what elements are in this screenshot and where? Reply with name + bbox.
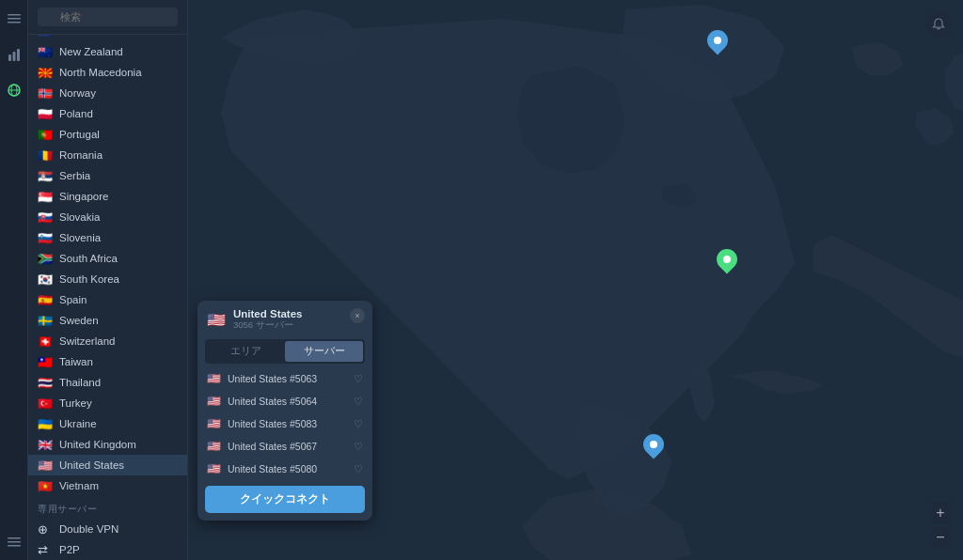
server-list-item[interactable]: 🇺🇸United States #5067♡ <box>197 435 372 458</box>
zoom-in-button[interactable]: + <box>929 502 952 524</box>
country-item-new-zealand[interactable]: 🇳🇿New Zealand <box>28 41 187 62</box>
country-list: 🇱🇺Luxembourg🇲🇾Malaysia🇲🇽Mexico🇲🇩Moldova🇳… <box>28 35 187 496</box>
country-name: Vietnam <box>59 480 99 491</box>
svg-rect-11 <box>8 545 21 547</box>
server-flag: 🇺🇸 <box>207 372 221 385</box>
special-server-double-vpn[interactable]: ⊕Double VPN <box>28 519 187 539</box>
country-flag: 🇸🇪 <box>38 315 53 326</box>
server-flag: 🇺🇸 <box>207 462 221 475</box>
zoom-out-button[interactable]: − <box>929 526 952 549</box>
country-item-netherlands[interactable]: 🇳🇱Netherlands <box>28 35 187 41</box>
country-item-singapore[interactable]: 🇸🇬Singapore <box>28 186 187 207</box>
country-name: Singapore <box>59 191 108 202</box>
server-favorite-icon[interactable]: ♡ <box>354 463 363 475</box>
notification-bell[interactable] <box>925 11 952 38</box>
country-name: Sweden <box>59 315 99 326</box>
country-flag: 🇳🇿 <box>38 46 53 57</box>
country-item-vietnam[interactable]: 🇻🇳Vietnam <box>28 475 187 496</box>
country-item-portugal[interactable]: 🇵🇹Portugal <box>28 124 187 145</box>
svg-rect-5 <box>17 49 20 61</box>
special-server-flag: ⊕ <box>38 523 53 535</box>
server-list-item[interactable]: 🇺🇸United States #5080♡ <box>197 458 372 480</box>
country-flag: 🇬🇧 <box>38 439 53 450</box>
country-name: Netherlands <box>59 35 118 37</box>
svg-rect-0 <box>8 14 21 16</box>
country-name: Portugal <box>59 129 100 140</box>
country-item-south-africa[interactable]: 🇿🇦South Africa <box>28 248 187 269</box>
special-server-p2p[interactable]: ⇄P2P <box>28 539 187 560</box>
stats-icon[interactable] <box>5 45 24 64</box>
server-flag: 🇺🇸 <box>207 440 221 453</box>
server-list-item[interactable]: 🇺🇸United States #5064♡ <box>197 390 372 412</box>
country-item-serbia[interactable]: 🇷🇸Serbia <box>28 165 187 186</box>
country-item-taiwan[interactable]: 🇹🇼Taiwan <box>28 351 187 372</box>
country-name: South Africa <box>59 253 118 264</box>
popup-header: 🇺🇸 United States 3056 サーバー × <box>197 301 372 339</box>
country-name: South Korea <box>59 273 119 285</box>
special-servers: ⊕Double VPN⇄P2P <box>28 519 187 560</box>
quick-connect-button[interactable]: クイックコネクト <box>205 486 365 513</box>
svg-rect-1 <box>8 18 21 20</box>
svg-rect-10 <box>8 541 21 543</box>
country-name: Poland <box>59 108 93 119</box>
server-list-item[interactable]: 🇺🇸United States #5063♡ <box>197 367 372 390</box>
country-item-turkey[interactable]: 🇹🇷Turkey <box>28 393 187 413</box>
server-favorite-icon[interactable]: ♡ <box>354 396 363 408</box>
pin-central[interactable] <box>717 249 737 270</box>
tab-server[interactable]: サーバー <box>285 341 363 362</box>
tab-area[interactable]: エリア <box>207 341 285 362</box>
country-item-switzerland[interactable]: 🇨🇭Switzerland <box>28 331 187 351</box>
popup-close-button[interactable]: × <box>350 308 365 323</box>
country-item-south-korea[interactable]: 🇰🇷South Korea <box>28 269 187 289</box>
country-name: Turkey <box>59 397 92 409</box>
country-name: New Zealand <box>59 46 123 57</box>
server-list-item[interactable]: 🇺🇸United States #5083♡ <box>197 412 372 435</box>
svg-rect-4 <box>12 52 15 61</box>
search-input[interactable] <box>38 8 178 26</box>
country-flag: 🇨🇭 <box>38 335 53 347</box>
country-item-poland[interactable]: 🇵🇱Poland <box>28 103 187 124</box>
server-name: United States #5064 <box>228 396 317 407</box>
country-item-united-states[interactable]: 🇺🇸United States <box>28 455 187 475</box>
server-name: United States #5080 <box>228 463 317 474</box>
country-name: Taiwan <box>59 356 93 367</box>
country-flag: 🇸🇰 <box>38 211 53 223</box>
country-item-sweden[interactable]: 🇸🇪Sweden <box>28 310 187 331</box>
country-item-north-macedonia[interactable]: 🇲🇰North Macedonia <box>28 62 187 83</box>
server-favorite-icon[interactable]: ♡ <box>354 418 363 430</box>
server-favorite-icon[interactable]: ♡ <box>354 373 363 385</box>
country-flag: 🇳🇱 <box>38 35 53 37</box>
country-flag: 🇸🇮 <box>38 232 53 243</box>
server-list: 🇺🇸United States #5063♡🇺🇸United States #5… <box>197 367 372 480</box>
country-item-norway[interactable]: 🇳🇴Norway <box>28 83 187 103</box>
pin-north[interactable] <box>707 30 728 51</box>
popup-country-name: United States <box>233 308 303 319</box>
country-flag: 🇵🇹 <box>38 129 53 140</box>
country-flag: 🇷🇸 <box>38 170 53 181</box>
country-item-thailand[interactable]: 🇹🇭Thailand <box>28 372 187 393</box>
menu-icon[interactable] <box>5 9 24 28</box>
globe-icon[interactable] <box>5 81 24 100</box>
country-flag: 🇿🇦 <box>38 253 53 264</box>
zoom-controls: + − <box>929 502 952 549</box>
country-name: Ukraine <box>59 418 97 429</box>
popup-card: 🇺🇸 United States 3056 サーバー × エリア サーバー 🇺🇸… <box>197 301 372 521</box>
country-item-slovenia[interactable]: 🇸🇮Slovenia <box>28 227 187 248</box>
country-item-romania[interactable]: 🇷🇴Romania <box>28 145 187 165</box>
country-item-ukraine[interactable]: 🇺🇦Ukraine <box>28 413 187 434</box>
country-flag: 🇵🇱 <box>38 108 53 119</box>
country-flag: 🇹🇼 <box>38 356 53 367</box>
svg-rect-2 <box>8 22 21 23</box>
search-box: 🔍 <box>28 0 187 35</box>
special-server-name: P2P <box>59 544 80 555</box>
server-flag: 🇺🇸 <box>207 395 221 408</box>
server-flag: 🇺🇸 <box>207 417 221 430</box>
icon-bar <box>0 0 28 560</box>
hamburger-icon[interactable] <box>5 532 24 551</box>
server-favorite-icon[interactable]: ♡ <box>354 441 363 453</box>
country-item-united-kingdom[interactable]: 🇬🇧United Kingdom <box>28 434 187 455</box>
pin-south[interactable] <box>643 434 664 455</box>
country-name: Spain <box>59 294 87 305</box>
country-item-spain[interactable]: 🇪🇸Spain <box>28 289 187 310</box>
country-item-slovakia[interactable]: 🇸🇰Slovakia <box>28 207 187 227</box>
